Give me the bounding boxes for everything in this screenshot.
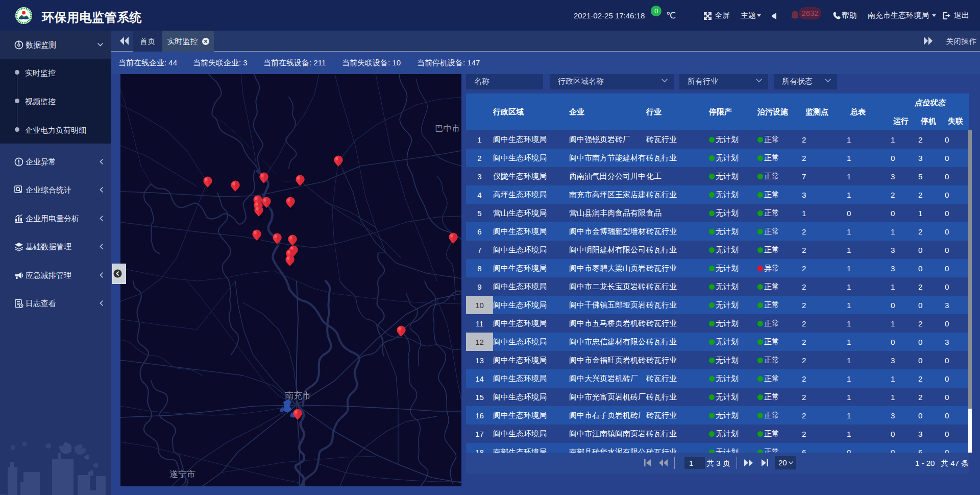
- svg-text:南充市: 南充市: [285, 391, 311, 400]
- svg-text:巴中市: 巴中市: [435, 124, 460, 133]
- svg-text:遂宁市: 遂宁市: [169, 469, 195, 479]
